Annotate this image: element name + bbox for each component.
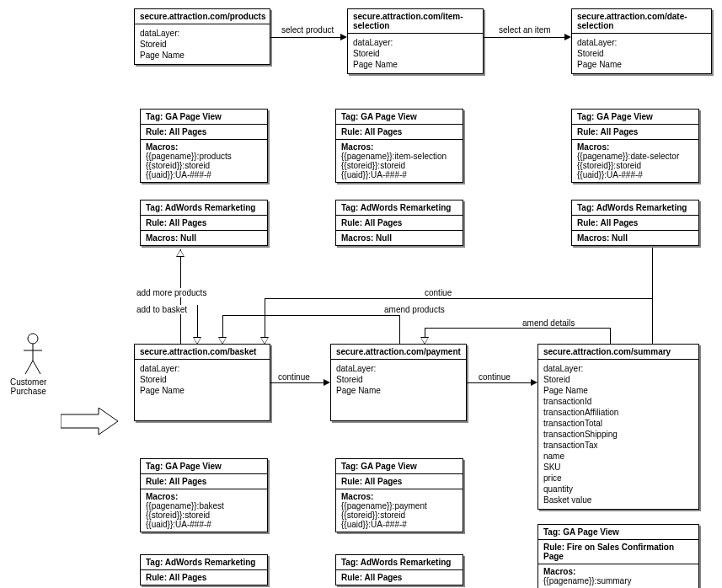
arrow-select-product [340,34,347,40]
page-date-title: secure.attraction.com/date-selection [572,9,711,34]
stick-figure-icon [20,332,45,376]
arrow-select-item [564,34,571,40]
label-continue-top: contiue [425,288,452,297]
ga-summary: Tag: GA Page View Rule: Fire on Sales Co… [537,524,699,588]
page-products: secure.attraction.com/products dataLayer… [134,8,270,65]
edge-basket-continue [270,382,326,383]
page-date-body: dataLayer: Storeid Page Name [572,34,711,73]
edge-payment-continue [467,382,532,383]
svg-line-3 [25,361,33,374]
label-payment-continue: continue [479,372,511,382]
edge-amend-details-h [425,328,610,329]
actor-label: Customer Purchase [10,377,46,396]
block-arrow-icon [61,408,120,435]
edge-select-item [484,37,566,38]
edge-date-continue [652,248,653,344]
edge-amend-details-v1 [610,328,611,344]
ga-products-rule: Rule: All Pages [141,125,267,140]
page-item: secure.attraction.com/item-selection dat… [347,8,484,74]
page-date: secure.attraction.com/date-selection dat… [571,8,712,74]
arrow-payment-continue [531,379,537,386]
ga-basket: Tag: GA Page View Rule: All Pages Macros… [140,458,268,532]
label-select-product: select product [281,25,334,35]
aw-item: Tag: AdWords Remarketing Rule: All Pages… [335,200,463,246]
ga-products-mlabel: Macros: [146,142,178,152]
svg-point-0 [28,334,38,344]
arrow-basket-continue [324,379,330,386]
label-add-more: add more products [136,288,206,297]
page-products-body: dataLayer: Storeid Page Name [135,24,270,64]
edge-select-product [270,37,343,38]
ga-products-tag: Tag: GA Page View [141,110,267,125]
page-item-title: secure.attraction.com/item-selection [348,9,483,34]
page-summary: secure.attraction.com/summary dataLayer:… [537,344,699,510]
label-select-item: select an item [499,25,551,35]
edge-continue-horiz [265,298,652,299]
page-products-title: secure.attraction.com/products [135,9,270,24]
actor-customer [20,332,45,377]
svg-line-4 [33,361,40,374]
label-amend-details: amend details [522,318,575,328]
label-amend-products: amend products [384,305,445,314]
svg-marker-5 [61,408,118,435]
page-payment: secure.attraction.com/payment dataLayer:… [330,344,467,421]
edge-amend-products-h [222,315,399,316]
ga-products-macros: {{pagename}}:products {{storeid}}:storei… [146,152,232,179]
label-add-basket: add to basket [136,305,187,314]
page-item-body: dataLayer: Storeid Page Name [348,34,483,73]
label-basket-continue: continue [278,372,310,382]
page-basket: secure.attraction.com/basket dataLayer: … [134,344,270,421]
aw-date: Tag: AdWords Remarketing Rule: All Pages… [571,200,699,246]
ga-payment: Tag: GA Page View Rule: All Pages Macros… [335,458,463,532]
edge-amend-products-v [399,315,400,344]
ga-date: Tag: GA Page View Rule: All Pages Macros… [571,109,699,183]
ga-products: Tag: GA Page View Rule: All Pages Macros… [140,109,268,183]
ga-item: Tag: GA Page View Rule: All Pages Macros… [335,109,463,183]
arrow-add-more [176,249,185,257]
aw-basket: Tag: AdWords Remarketing Rule: All Pages [140,554,268,585]
aw-products: Tag: AdWords Remarketing Rule: All Pages… [140,200,268,246]
aw-payment: Tag: AdWords Remarketing Rule: All Pages [335,554,463,585]
